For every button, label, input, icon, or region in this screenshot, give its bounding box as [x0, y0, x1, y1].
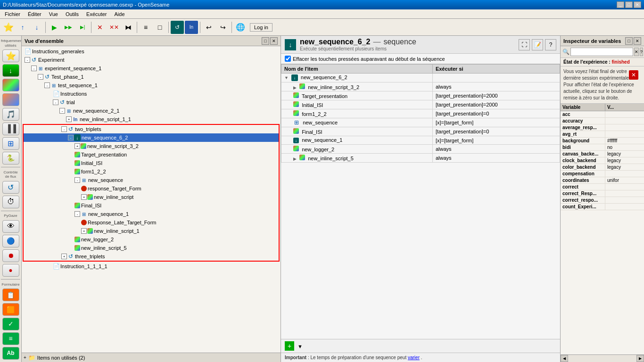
help-button[interactable]: 🌐	[234, 21, 247, 34]
toggle-test-phase-1[interactable]: -	[38, 74, 43, 80]
sidebar-lines-icon[interactable]: ≡	[2, 332, 19, 345]
tree-item-new-seq-6-2[interactable]: - ↓ new_sequence_6_2	[24, 133, 279, 142]
sidebar-eye2-icon[interactable]: 🔵	[2, 235, 19, 247]
sidebar-grid-icon[interactable]: ⊞	[2, 137, 19, 150]
tree-item-instruction-1-1-1-1[interactable]: 📄 Instruction_1_1_1_1	[22, 262, 281, 271]
seq-expand-icon[interactable]: ▶	[293, 156, 297, 161]
kill-button[interactable]: ✕✕	[107, 21, 121, 34]
toggle-new-sequence[interactable]: -	[74, 177, 80, 183]
sidebar-paint-icon[interactable]	[2, 79, 19, 91]
flush-keys-checkbox[interactable]	[285, 56, 291, 62]
loop-button[interactable]: ↺	[171, 21, 184, 34]
sidebar-music-icon[interactable]: 🎵	[2, 108, 19, 121]
sidebar-star-icon[interactable]: ⭐	[2, 49, 19, 62]
tree-item-two-triplets[interactable]: - ↺ two_triplets	[24, 125, 279, 133]
minimize-btn[interactable]: _	[617, 1, 624, 8]
undo-button[interactable]: ↩	[202, 21, 215, 34]
toggle-new-inline-1[interactable]: +	[81, 228, 87, 234]
seq-script-btn[interactable]: 📝	[532, 39, 543, 50]
tree-item-new-inline-script[interactable]: + new_inline_script	[24, 193, 279, 201]
tree-item-experiment[interactable]: - ↺ Experiment	[22, 56, 281, 64]
overview-close-btn[interactable]: ✕	[270, 37, 278, 45]
close-btn[interactable]: ✕	[634, 1, 641, 8]
menu-editer[interactable]: Éditer	[25, 11, 44, 17]
save-down-button[interactable]: ↓	[30, 21, 43, 34]
tree-item-test-seq-1[interactable]: - ⊞ test_sequence_1	[22, 81, 281, 90]
pause-button[interactable]: ⧓	[122, 21, 135, 34]
var-scroll-right-btn[interactable]: ▶	[636, 355, 644, 362]
tree-item-instructions-gen[interactable]: 📄 Instructions_generales	[22, 47, 281, 56]
menu-fichier[interactable]: Fichier	[2, 11, 23, 17]
redo-button[interactable]: ↪	[216, 21, 230, 34]
add-item-button[interactable]: +	[285, 341, 294, 351]
tree-item-three-triplets[interactable]: + ↺ three_triplets	[24, 252, 279, 261]
sidebar-check-icon[interactable]: ✓	[2, 318, 19, 330]
sidebar-form-icon[interactable]: 📋	[2, 288, 19, 301]
var-search-clear-btn[interactable]: ✕	[634, 48, 639, 56]
tree-item-new-inline-1-1[interactable]: + In new_inline_script_1_1	[22, 115, 281, 123]
tree-item-final-isi[interactable]: Final_ISI	[24, 201, 279, 210]
toggle-new-inline-1-1[interactable]: +	[66, 116, 72, 122]
sidebar-form2-icon[interactable]: 🟧	[2, 303, 19, 316]
menu-aide[interactable]: Aide	[111, 11, 127, 17]
seq-fullscreen-btn[interactable]: ⛶	[519, 39, 530, 50]
toggle-two-triplets[interactable]: -	[61, 126, 67, 132]
menu-outils[interactable]: Outils	[63, 11, 82, 17]
toggle-new-seq-6-2[interactable]: -	[68, 135, 74, 140]
sidebar-text-icon[interactable]: Ab	[2, 347, 19, 360]
inline-button[interactable]: In	[185, 21, 198, 34]
toggle-new-inline-script[interactable]: +	[81, 194, 87, 200]
tree-item-new-inline-5[interactable]: new_inline_script_5	[24, 244, 279, 252]
sequence-down-button[interactable]: ↓	[285, 39, 296, 50]
login-button[interactable]: Log in	[250, 23, 272, 32]
toggle-trial[interactable]: -	[53, 99, 58, 105]
save-up-button[interactable]: ↑	[16, 21, 29, 34]
menu-vue[interactable]: Vue	[46, 11, 61, 17]
toggle-test-seq-1[interactable]: -	[44, 82, 50, 88]
seq-expand-icon[interactable]: ▶	[293, 85, 297, 90]
toggle-exp-seq-1[interactable]: -	[31, 66, 37, 71]
overview-resize-btn[interactable]: □	[262, 37, 269, 45]
add-dropdown-arrow[interactable]: ▼	[297, 344, 303, 349]
new-button[interactable]: ⭐	[2, 21, 15, 34]
reset-button[interactable]: ✕	[629, 70, 638, 80]
sidebar-record-icon[interactable]: ⏺	[2, 249, 19, 262]
tree-item-target-pres[interactable]: Target_presentation	[24, 150, 279, 159]
var-inspector-close-btn[interactable]: ✕	[634, 37, 641, 45]
stop-button[interactable]: ✕	[93, 21, 107, 34]
sidebar-arrow-down-icon[interactable]: ↓	[2, 64, 19, 77]
tree-item-new-inline-3-2[interactable]: + new_inline_script_3_2	[24, 142, 279, 150]
tree-item-trial[interactable]: - ↺ trial	[22, 98, 281, 107]
run-skip-button[interactable]: ▶|	[76, 21, 89, 34]
sidebar-image-icon[interactable]	[2, 93, 19, 106]
run-button[interactable]: ▶	[48, 21, 61, 34]
tree-item-exp-seq-1[interactable]: - ⊞ experiment_sequence_1	[22, 64, 281, 73]
var-scrollbar-track[interactable]	[568, 355, 636, 362]
var-inspector-resize-btn[interactable]: □	[625, 37, 633, 45]
window-controls[interactable]: _ □ ✕	[617, 1, 641, 8]
sidebar-clock-icon[interactable]: ⏱	[2, 196, 19, 208]
tree-item-test-phase-1[interactable]: - ↺ Test_phase_1	[22, 73, 281, 81]
maximize-btn[interactable]: □	[625, 1, 633, 8]
tree-item-new-seq-2-1[interactable]: - ⊞ new_sequence_2_1	[22, 107, 281, 115]
sidebar-loop-icon[interactable]: ↺	[2, 181, 19, 194]
var-help-btn[interactable]: ?	[640, 48, 643, 56]
list-view-button[interactable]: ≡	[139, 21, 152, 34]
var-search-input[interactable]	[570, 48, 633, 56]
tree-item-response-late[interactable]: Response_Late_Target_Form	[24, 218, 279, 227]
sidebar-bars-icon[interactable]: ▐▐	[2, 123, 19, 135]
tree-item-initial-isi[interactable]: Initial_ISI	[24, 159, 279, 167]
menu-executer[interactable]: Exécuter	[83, 11, 109, 17]
seq-expand-icon[interactable]: ▼	[284, 75, 289, 80]
important-link[interactable]: varier	[408, 355, 420, 360]
sidebar-dot-icon[interactable]: ●	[2, 264, 19, 277]
tree-item-instructions[interactable]: 📄 Instructions	[22, 90, 281, 98]
tree-item-new-logger-2[interactable]: new_logger_2	[24, 235, 279, 244]
tree-item-new-inline-1[interactable]: + new_inline_script_1	[24, 227, 279, 235]
tree-item-new-sequence[interactable]: - ⊞ new_sequence	[24, 176, 279, 184]
toggle-new-seq-1[interactable]: -	[74, 211, 80, 217]
toggle-three-triplets[interactable]: +	[61, 254, 67, 259]
tree-item-response-target[interactable]: response_Target_Form	[24, 184, 279, 193]
sidebar-eye-icon[interactable]: 👁	[2, 220, 19, 233]
toggle-experiment[interactable]: -	[25, 57, 30, 63]
